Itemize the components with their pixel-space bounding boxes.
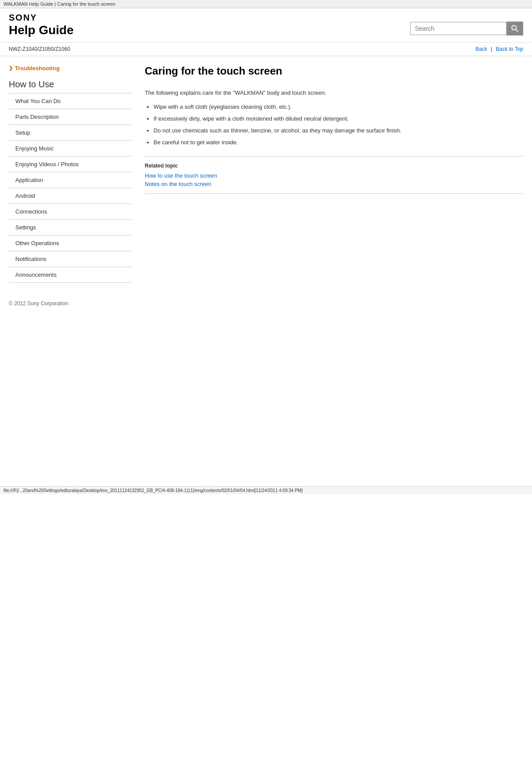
nav-links: Back | Back to Top <box>475 46 523 52</box>
related-topic-section: Related topic How to use the touch scree… <box>145 156 523 194</box>
content-area: Troubleshooting How to Use What You Can … <box>0 56 532 292</box>
sidebar-item-enjoying-videos-photos[interactable]: Enjoying Videos / Photos <box>9 157 132 172</box>
browser-bottom-bar: file:///F|/...20and%20Settings/editorala… <box>0 486 532 494</box>
list-item: Wipe with a soft cloth (eyeglasses clean… <box>154 103 523 112</box>
svg-line-1 <box>516 29 518 32</box>
search-area <box>410 21 523 36</box>
browser-title-bar: WALKMAN Help Guide | Caring for the touc… <box>0 0 532 8</box>
sidebar-item-setup[interactable]: Setup <box>9 125 132 141</box>
sidebar-item-other-operations[interactable]: Other Operations <box>9 235 132 251</box>
sidebar-section-title: How to Use <box>9 79 132 93</box>
article-list: Wipe with a soft cloth (eyeglasses clean… <box>154 103 523 147</box>
sidebar-item-parts-description[interactable]: Parts Description <box>9 109 132 125</box>
related-link-how-to-use[interactable]: How to use the touch screen <box>145 172 523 179</box>
related-topic-divider <box>145 193 523 194</box>
nav-bar: NWZ-Z1040/Z1050/Z1060 Back | Back to Top <box>0 43 532 56</box>
browser-url-text: file:///F|/...20and%20Settings/editorala… <box>4 488 303 493</box>
troubleshooting-link[interactable]: Troubleshooting <box>9 65 132 71</box>
sony-logo: SONY <box>9 13 74 23</box>
related-link-notes[interactable]: Notes on the touch screen <box>145 181 523 187</box>
back-to-top-link[interactable]: Back to Top <box>496 46 523 52</box>
footer: © 2012 Sony Corporation <box>0 292 532 311</box>
search-icon <box>511 25 518 32</box>
sidebar: Troubleshooting How to Use What You Can … <box>9 65 132 283</box>
related-topic-title: Related topic <box>145 163 523 169</box>
list-item: Be careful not to get water inside. <box>154 138 523 147</box>
sidebar-item-android[interactable]: Android <box>9 188 132 204</box>
svg-point-0 <box>512 25 516 30</box>
search-input[interactable] <box>410 22 507 35</box>
article-intro: The following explains care for the "WAL… <box>145 89 523 98</box>
search-button[interactable] <box>507 21 523 36</box>
sidebar-item-application[interactable]: Application <box>9 172 132 188</box>
help-guide-title: Help Guide <box>9 23 74 38</box>
page-wrapper: SONY Help Guide NWZ-Z1040/Z1050/Z1060 Ba… <box>0 8 532 311</box>
nav-separator: | <box>491 46 492 52</box>
sidebar-item-what-you-can-do[interactable]: What You Can Do <box>9 93 132 109</box>
sidebar-item-connections[interactable]: Connections <box>9 204 132 220</box>
article-title: Caring for the touch screen <box>145 65 523 82</box>
header: SONY Help Guide <box>0 8 532 43</box>
sidebar-item-settings[interactable]: Settings <box>9 220 132 235</box>
list-item: Do not use chemicals such as thinner, be… <box>154 126 523 136</box>
sidebar-item-notifications[interactable]: Notifications <box>9 251 132 267</box>
header-left: SONY Help Guide <box>9 13 74 38</box>
browser-title-text: WALKMAN Help Guide | Caring for the touc… <box>4 1 115 7</box>
back-link[interactable]: Back <box>475 46 487 52</box>
sidebar-item-enjoying-music[interactable]: Enjoying Music <box>9 141 132 157</box>
sidebar-item-announcements[interactable]: Announcements <box>9 267 132 283</box>
main-content: Caring for the touch screen The followin… <box>145 65 523 283</box>
model-number: NWZ-Z1040/Z1050/Z1060 <box>9 46 70 52</box>
copyright-text: © 2012 Sony Corporation <box>9 300 68 307</box>
list-item: If excessively dirty, wipe with a cloth … <box>154 114 523 124</box>
